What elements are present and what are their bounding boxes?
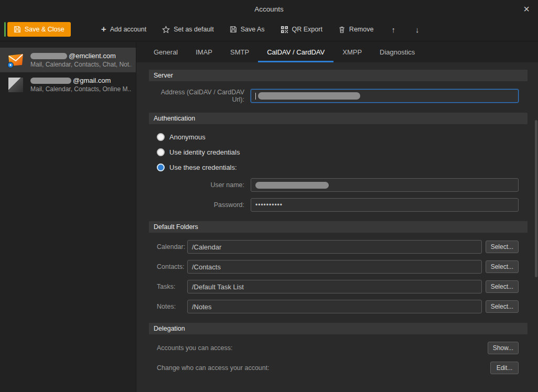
section-server: Server xyxy=(149,70,528,81)
calendar-select-button[interactable]: Select... xyxy=(486,241,519,253)
address-label: Address (CalDAV / CardDAV Url): xyxy=(149,89,244,103)
save-close-label: Save & Close xyxy=(25,26,64,33)
tab-caldav-carddav[interactable]: CalDAV / CardDAV xyxy=(258,41,333,62)
radio-these-credentials[interactable]: Use these credentials: xyxy=(157,162,528,173)
contacts-select-button[interactable]: Select... xyxy=(486,260,519,273)
generic-account-icon xyxy=(6,77,25,93)
remove-label: Remove xyxy=(349,26,374,33)
radio-icon xyxy=(157,133,165,141)
radio-icon xyxy=(157,164,165,171)
tab-general[interactable]: General xyxy=(145,41,187,62)
calendar-folder-input[interactable] xyxy=(187,240,482,254)
radio-anonymous[interactable]: Anonymous xyxy=(157,132,528,143)
tab-imap[interactable]: IMAP xyxy=(187,41,221,62)
tasks-label: Tasks: xyxy=(157,283,183,290)
delegation-change-row: Change who can access your account: Edit… xyxy=(157,362,528,374)
remove-button[interactable]: Remove xyxy=(338,26,374,34)
add-account-button[interactable]: + Add account xyxy=(101,26,146,33)
account-services: Mail, Calendar, Contacts, Chat, Not... xyxy=(30,61,132,68)
emclient-logo-icon xyxy=(6,52,25,68)
account-services: Mail, Calendar, Contacts, Online M... xyxy=(30,85,132,93)
tasks-folder-input[interactable] xyxy=(187,280,482,293)
section-default-folders: Default Folders xyxy=(149,221,528,233)
account-name: @gmail.com xyxy=(30,77,132,84)
add-account-label: Add account xyxy=(110,26,147,33)
account-item-gmail[interactable]: @gmail.com Mail, Calendar, Contacts, Onl… xyxy=(0,72,136,97)
set-default-label: Set as default xyxy=(174,26,213,33)
delegation-access-row: Accounts you can access: Show... xyxy=(157,342,528,354)
save-close-button[interactable]: Save & Close xyxy=(7,22,71,37)
star-icon xyxy=(162,26,170,34)
section-authentication: Authentication xyxy=(149,113,528,124)
move-down-button[interactable]: ↓ xyxy=(413,25,422,34)
edit-button[interactable]: Edit... xyxy=(490,362,519,374)
scrollbar[interactable] xyxy=(534,120,538,392)
tab-xmpp[interactable]: XMPP xyxy=(333,41,371,62)
save-as-button[interactable]: Save As xyxy=(230,26,265,33)
dialog-body: @emclient.com Mail, Calendar, Contacts, … xyxy=(0,41,538,392)
access-label: Accounts you can access: xyxy=(157,344,233,352)
redacted-account-name xyxy=(30,53,67,59)
trash-icon xyxy=(338,26,346,34)
accounts-window: Accounts × Save & Close + Add account Se… xyxy=(0,0,538,392)
titlebar: Accounts × xyxy=(0,0,538,18)
settings-panel: General IMAP SMTP CalDAV / CardDAV XMPP … xyxy=(136,41,538,392)
tab-diagnostics[interactable]: Diagnostics xyxy=(371,41,424,62)
tab-content: Server Address (CalDAV / CardDAV Url): A… xyxy=(136,62,538,392)
save-as-label: Save As xyxy=(241,26,265,33)
account-item-emclient[interactable]: @emclient.com Mail, Calendar, Contacts, … xyxy=(0,48,136,72)
scrollbar-thumb[interactable] xyxy=(535,120,537,277)
notes-folder-input[interactable] xyxy=(187,300,482,313)
username-label: User name: xyxy=(149,181,244,189)
account-list: @emclient.com Mail, Calendar, Contacts, … xyxy=(0,41,136,392)
username-row: User name: xyxy=(149,178,528,192)
save-as-icon xyxy=(230,26,237,33)
accent-bar xyxy=(4,22,6,37)
qr-icon xyxy=(281,26,288,34)
calendar-folder-row: Calendar: Select... xyxy=(157,240,528,254)
redacted-username-value xyxy=(255,182,329,189)
redacted-address-value xyxy=(258,92,360,100)
tasks-folder-row: Tasks: Select... xyxy=(157,280,528,293)
text-cursor xyxy=(255,93,256,100)
redacted-account-name xyxy=(30,78,71,84)
change-access-label: Change who can access your account: xyxy=(157,364,270,372)
move-up-button[interactable]: ↑ xyxy=(389,25,397,34)
address-row: Address (CalDAV / CardDAV Url): xyxy=(149,89,528,103)
contacts-folder-row: Contacts: Select... xyxy=(157,260,528,274)
notes-label: Notes: xyxy=(157,303,183,310)
save-icon xyxy=(14,26,21,33)
window-title: Accounts xyxy=(254,5,284,13)
qr-export-label: QR Export xyxy=(292,26,322,33)
toolbar: Save & Close + Add account Set as defaul… xyxy=(0,18,538,41)
qr-export-button[interactable]: QR Export xyxy=(281,26,322,34)
section-delegation: Delegation xyxy=(149,323,528,334)
account-name: @emclient.com xyxy=(30,52,132,60)
password-input[interactable] xyxy=(251,198,519,212)
close-icon[interactable]: × xyxy=(521,2,532,16)
set-default-button[interactable]: Set as default xyxy=(162,26,213,34)
address-input[interactable] xyxy=(251,89,519,103)
show-button[interactable]: Show... xyxy=(488,342,519,354)
radio-identity-credentials[interactable]: Use identity credentials xyxy=(157,147,528,158)
calendar-label: Calendar: xyxy=(157,243,183,251)
contacts-label: Contacts: xyxy=(157,263,183,270)
notes-select-button[interactable]: Select... xyxy=(486,300,519,313)
radio-icon xyxy=(157,148,165,156)
toolbar-tools: + Add account Set as default Save As QR … xyxy=(101,25,422,34)
notes-folder-row: Notes: Select... xyxy=(157,300,528,313)
tab-smtp[interactable]: SMTP xyxy=(221,41,258,62)
tasks-select-button[interactable]: Select... xyxy=(486,280,519,293)
password-label: Password: xyxy=(149,201,244,209)
plus-icon: + xyxy=(101,26,106,33)
tab-bar: General IMAP SMTP CalDAV / CardDAV XMPP … xyxy=(136,41,538,62)
username-input[interactable] xyxy=(251,178,519,192)
contacts-folder-input[interactable] xyxy=(187,260,482,274)
password-row: Password: xyxy=(149,198,528,212)
